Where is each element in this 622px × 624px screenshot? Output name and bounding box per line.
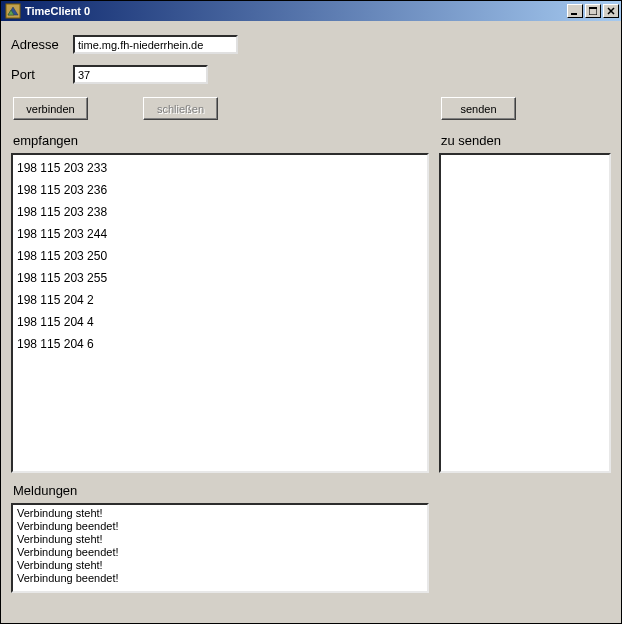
list-item[interactable]: 198 115 204 2: [17, 289, 423, 311]
list-item[interactable]: 198 115 204 4: [17, 311, 423, 333]
received-label: empfangen: [13, 133, 78, 148]
port-label: Port: [11, 67, 73, 82]
app-icon: [5, 3, 21, 19]
messages-list[interactable]: Verbindung steht!Verbindung beendet!Verb…: [11, 503, 429, 593]
address-label: Adresse: [11, 37, 73, 52]
received-list[interactable]: 198 115 203 233198 115 203 236198 115 20…: [11, 153, 429, 473]
main-window: TimeClient 0 Adresse Port verbinden schl…: [0, 0, 622, 624]
list-item[interactable]: 198 115 203 244: [17, 223, 423, 245]
list-item[interactable]: 198 115 203 255: [17, 267, 423, 289]
messages-label: Meldungen: [13, 483, 77, 498]
svg-rect-3: [589, 7, 597, 9]
to-send-label: zu senden: [441, 133, 501, 148]
list-item: Verbindung steht!: [17, 559, 423, 572]
send-button[interactable]: senden: [441, 97, 516, 120]
list-item[interactable]: 198 115 203 233: [17, 157, 423, 179]
list-item: Verbindung steht!: [17, 507, 423, 520]
list-item[interactable]: 198 115 203 236: [17, 179, 423, 201]
title-bar: TimeClient 0: [1, 1, 621, 21]
to-send-list[interactable]: [439, 153, 611, 473]
list-item: Verbindung beendet!: [17, 572, 423, 585]
window-title: TimeClient 0: [25, 5, 565, 17]
list-item[interactable]: 198 115 203 238: [17, 201, 423, 223]
client-area: Adresse Port verbinden schließen senden …: [1, 21, 621, 623]
close-button[interactable]: [603, 4, 619, 18]
list-item: Verbindung beendet!: [17, 520, 423, 533]
port-input[interactable]: [73, 65, 208, 84]
address-input[interactable]: [73, 35, 238, 54]
list-item[interactable]: 198 115 204 6: [17, 333, 423, 355]
minimize-button[interactable]: [567, 4, 583, 18]
list-item: Verbindung steht!: [17, 533, 423, 546]
list-item[interactable]: 198 115 203 250: [17, 245, 423, 267]
close-conn-button[interactable]: schließen: [143, 97, 218, 120]
svg-rect-1: [571, 13, 577, 15]
maximize-button[interactable]: [585, 4, 601, 18]
connect-button[interactable]: verbinden: [13, 97, 88, 120]
list-item: Verbindung beendet!: [17, 546, 423, 559]
